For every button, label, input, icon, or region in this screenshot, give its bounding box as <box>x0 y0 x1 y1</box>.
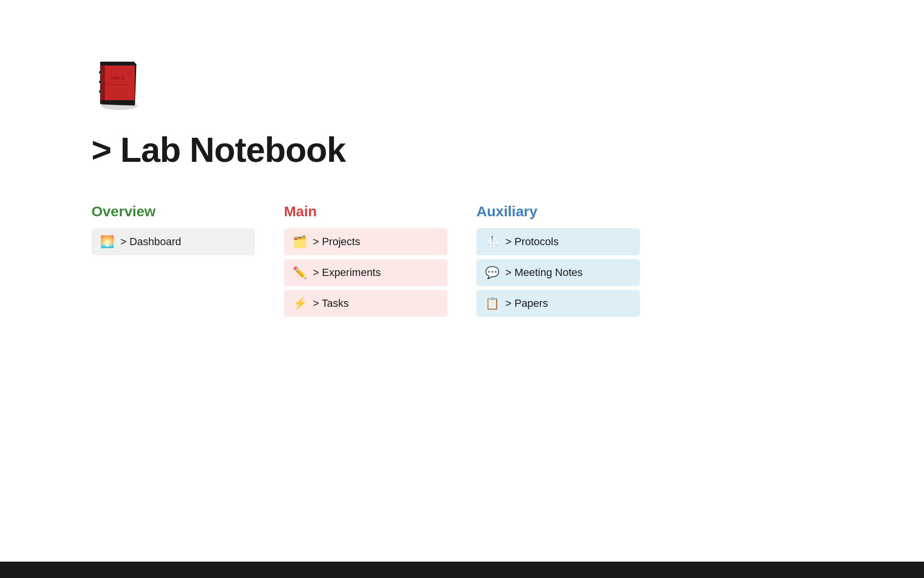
main-header: Main <box>284 203 448 220</box>
meeting-notes-icon: 💬 <box>485 266 500 279</box>
svg-point-11 <box>99 80 102 83</box>
auxiliary-header: Auxiliary <box>476 203 640 220</box>
auxiliary-column: Auxiliary 🥼 > Protocols 💬 > Meeting Note… <box>476 203 640 321</box>
page-container: VOL. 1 The Sigma Notebook > Lab Notebook… <box>0 0 924 350</box>
svg-text:VOL. 1: VOL. 1 <box>111 76 125 80</box>
experiments-link[interactable]: ✏️ > Experiments <box>284 259 448 286</box>
overview-column: Overview 🌅 > Dashboard <box>91 203 255 259</box>
projects-link[interactable]: 🗂️ > Projects <box>284 228 448 255</box>
tasks-label: > Tasks <box>313 297 349 310</box>
meeting-notes-label: > Meeting Notes <box>505 266 583 279</box>
experiments-icon: ✏️ <box>293 266 307 279</box>
meeting-notes-link[interactable]: 💬 > Meeting Notes <box>476 259 640 286</box>
page-title: > Lab Notebook <box>91 130 833 170</box>
svg-rect-5 <box>100 62 135 66</box>
taskbar <box>0 562 924 578</box>
tasks-link[interactable]: ⚡ > Tasks <box>284 290 448 317</box>
experiments-label: > Experiments <box>313 266 381 279</box>
columns-container: Overview 🌅 > Dashboard Main 🗂️ > Project… <box>91 203 833 321</box>
protocols-link[interactable]: 🥼 > Protocols <box>476 228 640 255</box>
svg-point-12 <box>99 90 102 93</box>
svg-text:The Sigma Notebook: The Sigma Notebook <box>107 83 128 86</box>
projects-icon: 🗂️ <box>293 235 307 249</box>
main-column: Main 🗂️ > Projects ✏️ > Experiments ⚡ > … <box>284 203 448 321</box>
notebook-icon: VOL. 1 The Sigma Notebook <box>91 58 144 111</box>
tasks-icon: ⚡ <box>293 297 307 310</box>
papers-label: > Papers <box>505 297 548 310</box>
papers-link[interactable]: 📋 > Papers <box>476 290 640 317</box>
overview-header: Overview <box>91 203 255 220</box>
dashboard-icon: 🌅 <box>100 235 115 249</box>
svg-point-10 <box>99 71 102 74</box>
dashboard-link[interactable]: 🌅 > Dashboard <box>91 228 255 255</box>
dashboard-label: > Dashboard <box>120 236 181 248</box>
svg-rect-6 <box>100 100 135 104</box>
protocols-icon: 🥼 <box>485 235 500 249</box>
projects-label: > Projects <box>313 236 360 248</box>
protocols-label: > Protocols <box>505 236 559 248</box>
papers-icon: 📋 <box>485 297 500 310</box>
